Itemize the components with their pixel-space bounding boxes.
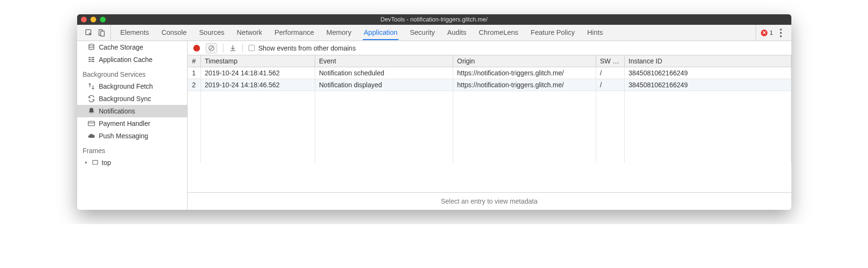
devtools-window: DevTools - notification-triggers.glitch.… [77, 14, 791, 210]
col-num[interactable]: # [188, 55, 201, 67]
svg-rect-7 [91, 59, 94, 60]
sidebar-item-cache-storage[interactable]: Cache Storage [77, 41, 187, 53]
col-origin[interactable]: Origin [453, 55, 596, 67]
titlebar: DevTools - notification-triggers.glitch.… [77, 14, 791, 25]
col-timestamp[interactable]: Timestamp [201, 55, 315, 67]
checkbox-icon [249, 45, 255, 51]
download-button[interactable] [229, 44, 237, 52]
cell-event: Notification displayed [315, 79, 453, 91]
col-sw[interactable]: SW … [596, 55, 625, 67]
metadata-hint: Select an entry to view metadata [188, 192, 791, 210]
tabbar-right: ✕ 1 [756, 25, 788, 41]
cell-sw: / [596, 79, 625, 91]
sidebar-item-label: Payment Handler [99, 120, 150, 127]
toolbar-divider [242, 44, 243, 52]
sidebar-item-push-messaging[interactable]: Push Messaging [77, 130, 187, 142]
notifications-panel: Show events from other domains # Timesta… [188, 41, 791, 210]
chevron-right-icon [84, 159, 89, 166]
clear-button[interactable] [206, 43, 217, 53]
main-tabbar: ElementsConsoleSourcesNetworkPerformance… [77, 25, 791, 41]
table-row[interactable]: 22019-10-24 14:18:46.562Notification dis… [188, 79, 791, 91]
cell-num: 1 [188, 67, 201, 79]
tab-sources[interactable]: Sources [198, 26, 225, 40]
panel-tabs: ElementsConsoleSourcesNetworkPerformance… [111, 25, 756, 41]
cell-origin: https://notification-triggers.glitch.me/ [453, 79, 596, 91]
error-count-value: 1 [769, 29, 773, 36]
svg-line-14 [210, 46, 213, 50]
tab-feature-policy[interactable]: Feature Policy [530, 26, 576, 40]
credit-card-icon [88, 120, 95, 127]
tab-security[interactable]: Security [409, 26, 436, 40]
events-table[interactable]: # Timestamp Event Origin SW … Instance I… [188, 55, 791, 192]
tab-chromelens[interactable]: ChromeLens [478, 26, 519, 40]
sidebar-item-label: top [102, 159, 111, 166]
tab-memory[interactable]: Memory [326, 26, 352, 40]
sidebar-item-label: Cache Storage [99, 43, 143, 51]
inspect-element-icon[interactable] [85, 29, 93, 37]
tab-application[interactable]: Application [363, 26, 399, 40]
error-count[interactable]: ✕ 1 [761, 29, 773, 36]
cell-num: 2 [188, 79, 201, 91]
cell-instance: 3845081062166249 [625, 67, 791, 79]
svg-rect-8 [89, 61, 91, 62]
checkbox-label: Show events from other domains [259, 44, 356, 52]
show-other-domains-checkbox[interactable]: Show events from other domains [249, 44, 356, 52]
sidebar-item-label: Background Sync [99, 95, 151, 103]
sidebar-item-background-sync[interactable]: Background Sync [77, 93, 187, 105]
sidebar-item-label: Application Cache [99, 56, 153, 63]
svg-rect-4 [89, 57, 91, 58]
sidebar-item-frame-top[interactable]: top [77, 156, 187, 169]
sidebar-item-payment-handler[interactable]: Payment Handler [77, 117, 187, 130]
window-controls [81, 17, 106, 22]
notifications-toolbar: Show events from other domains [188, 41, 791, 55]
table-header-row: # Timestamp Event Origin SW … Instance I… [188, 55, 791, 67]
cell-event: Notification scheduled [315, 67, 453, 79]
sidebar-item-label: Background Fetch [99, 82, 153, 90]
col-instance[interactable]: Instance ID [625, 55, 791, 67]
tab-hints[interactable]: Hints [586, 26, 604, 40]
sidebar-section-frames: Frames [77, 142, 187, 156]
table-row[interactable]: 12019-10-24 14:18:41.562Notification sch… [188, 67, 791, 79]
close-window-button[interactable] [81, 17, 87, 22]
svg-rect-10 [88, 121, 94, 125]
sidebar-item-notifications[interactable]: Notifications [77, 105, 187, 117]
svg-point-3 [89, 44, 94, 46]
error-icon: ✕ [761, 30, 768, 36]
tab-console[interactable]: Console [160, 26, 188, 40]
tab-elements[interactable]: Elements [120, 26, 150, 40]
record-button[interactable] [193, 45, 200, 52]
window-title: DevTools - notification-triggers.glitch.… [77, 16, 791, 23]
application-sidebar: Cache Storage Application Cache Backgrou… [77, 41, 188, 210]
table-filler [188, 91, 791, 163]
maximize-window-button[interactable] [100, 17, 106, 22]
more-menu-icon[interactable] [778, 27, 784, 39]
transfer-icon [88, 82, 95, 90]
sidebar-item-application-cache[interactable]: Application Cache [77, 53, 187, 66]
grid-icon [88, 56, 95, 63]
svg-rect-6 [89, 59, 91, 60]
svg-rect-2 [100, 31, 104, 36]
cell-instance: 3845081062166249 [625, 79, 791, 91]
bell-icon [88, 107, 95, 115]
panel-body: Cache Storage Application Cache Backgrou… [77, 41, 791, 210]
toolbar-divider [223, 44, 223, 52]
cell-sw: / [596, 67, 625, 79]
device-toolbar-icon[interactable] [97, 29, 106, 37]
sidebar-item-background-fetch[interactable]: Background Fetch [77, 80, 187, 93]
sync-icon [88, 95, 95, 103]
svg-rect-12 [92, 160, 98, 164]
inspect-tools [80, 25, 111, 41]
tab-performance[interactable]: Performance [274, 26, 315, 40]
tab-network[interactable]: Network [236, 26, 263, 40]
sidebar-item-label: Notifications [99, 107, 135, 115]
cell-timestamp: 2019-10-24 14:18:46.562 [201, 79, 315, 91]
cell-timestamp: 2019-10-24 14:18:41.562 [201, 67, 315, 79]
database-icon [88, 43, 95, 51]
tab-audits[interactable]: Audits [446, 26, 467, 40]
cell-origin: https://notification-triggers.glitch.me/ [453, 67, 596, 79]
svg-rect-5 [91, 57, 94, 58]
cloud-icon [88, 132, 95, 140]
sidebar-section-background-services: Background Services [77, 66, 187, 80]
minimize-window-button[interactable] [90, 17, 96, 22]
col-event[interactable]: Event [315, 55, 453, 67]
